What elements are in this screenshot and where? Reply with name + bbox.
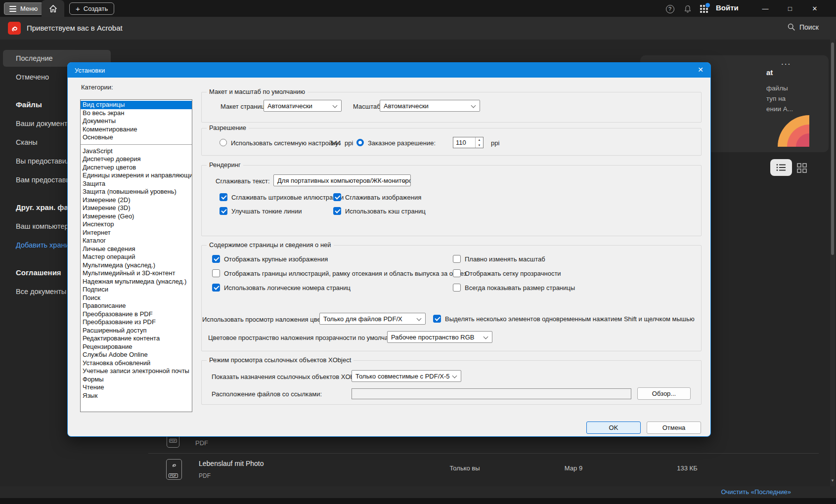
category-item[interactable]: Службы Adobe Online (81, 351, 192, 359)
checkbox[interactable]: Использовать логические номера страниц (212, 283, 467, 292)
category-item[interactable]: Защита (81, 180, 192, 188)
category-item[interactable]: Подписи (81, 286, 192, 294)
category-item[interactable]: Основные (81, 133, 192, 142)
category-item[interactable]: Учетные записи электронной почты (81, 367, 192, 376)
category-item[interactable]: Рецензирование (81, 343, 192, 351)
ok-button[interactable]: OK (586, 421, 641, 434)
checkbox[interactable]: Улучшать тонкие линии (220, 207, 344, 215)
scrollbar[interactable]: ▼ (830, 40, 835, 504)
category-item[interactable]: Редактирование контента (81, 335, 192, 343)
dialog-titlebar[interactable]: Установки ✕ (68, 63, 710, 78)
spinner-up-icon[interactable]: ▲ (476, 137, 483, 143)
cancel-button[interactable]: Отмена (647, 421, 701, 434)
chevron-down-icon (484, 335, 488, 339)
custom-resolution-spinner[interactable]: 110 ▲ ▼ (453, 137, 484, 148)
category-item[interactable]: Диспетчер цветов (81, 164, 192, 172)
group-title: Содержимое страницы и сведения о ней (207, 241, 334, 249)
file-size: 133 КБ (658, 464, 717, 472)
checkbox-box (333, 193, 341, 201)
smooth-text-select[interactable]: Для портативных компьютеров/ЖК-мониторов (273, 174, 411, 186)
category-item[interactable]: Единицы измерения и направляющие (81, 171, 192, 180)
category-item[interactable]: Преобразование из PDF (81, 318, 192, 327)
close-window-button[interactable]: ✕ (803, 0, 826, 17)
category-item[interactable]: Мастер операций (81, 253, 192, 261)
create-label: Создать (84, 5, 108, 12)
category-item[interactable]: Измерение (2D) (81, 196, 192, 205)
system-resolution-unit: ppi (345, 139, 353, 147)
page-layout-select[interactable]: Автоматически (264, 100, 342, 112)
category-item[interactable]: JavaScript (81, 147, 192, 156)
category-item[interactable]: Мультимедиа (унаслед.) (81, 261, 192, 270)
xobject-show-select[interactable]: Только совместимые с PDF/X-5 (352, 370, 461, 382)
category-item[interactable]: Комментирование (81, 126, 192, 134)
scrollbar-thumb[interactable] (831, 42, 834, 255)
category-item[interactable]: Диспетчер доверия (81, 155, 192, 164)
blend-space-select[interactable]: Рабочее пространство RGB (387, 331, 492, 343)
file-access: Только вы (435, 464, 494, 472)
checkbox[interactable]: Отображать границы иллюстраций, рамку от… (212, 269, 467, 278)
search-icon (787, 23, 795, 31)
zoom-select[interactable]: Автоматически (380, 100, 480, 112)
minimize-button[interactable]: — (754, 0, 777, 17)
spinner-down-icon[interactable]: ▼ (476, 143, 483, 148)
shift-select-checkbox[interactable]: Выделять несколько элементов одновременн… (433, 314, 695, 323)
category-item[interactable]: Надежная мультимедиа (унаслед.) (81, 278, 192, 286)
browse-button[interactable]: Обзор... (637, 387, 691, 400)
category-item[interactable]: Преобразование в PDF (81, 310, 192, 319)
checkbox[interactable]: Сглаживать штриховые иллюстрации (220, 193, 344, 202)
category-item[interactable]: Во весь экран (81, 109, 192, 118)
category-item[interactable]: Расширенный доступ (81, 327, 192, 335)
custom-resolution-radio[interactable] (356, 139, 364, 146)
checkbox-box (453, 284, 461, 292)
custom-resolution-label: Заказное разрешение: (368, 139, 436, 147)
category-item[interactable]: Документы (81, 117, 192, 126)
category-item[interactable]: Чтение (81, 383, 192, 392)
category-item[interactable]: Мультимедийный и 3D-контент (81, 269, 192, 278)
category-item[interactable]: Измерение (Geo) (81, 212, 192, 221)
location-input[interactable] (352, 388, 631, 399)
checkbox[interactable]: Использовать кэш страниц (333, 207, 426, 215)
file-type-label: PDF (199, 472, 211, 479)
checkbox-label: Сглаживать изображения (345, 194, 421, 201)
checkbox[interactable]: Всегда показывать размер страницы (453, 283, 575, 292)
category-item[interactable]: Каталог (81, 237, 192, 245)
category-item[interactable]: Правописание (81, 302, 192, 310)
checkbox[interactable]: Отображать крупные изображения (212, 254, 467, 263)
group-title: Разрешение (207, 124, 249, 131)
overprint-select[interactable]: Только для файлов PDF/X (319, 313, 426, 325)
help-icon[interactable]: ? (665, 4, 675, 14)
categories-label: Категории: (81, 84, 113, 91)
apps-grid-icon[interactable] (699, 4, 709, 14)
home-tab[interactable] (42, 0, 64, 17)
checkbox[interactable]: Сглаживать изображения (333, 193, 426, 202)
category-item[interactable]: Формы (81, 376, 192, 384)
search-button[interactable]: Поиск (787, 23, 819, 31)
zoom-label: Масштаб: (353, 103, 382, 110)
more-options-icon[interactable]: ... (781, 57, 791, 67)
clear-recent-link[interactable]: Очистить «Последние» (672, 488, 791, 496)
category-item[interactable]: Вид страницы (81, 101, 192, 109)
create-button[interactable]: + Создать (69, 2, 114, 15)
category-item[interactable]: Измерение (3D) (81, 204, 192, 212)
file-name[interactable]: Lebenslauf mit Photo (199, 460, 264, 467)
category-item[interactable]: Язык (81, 392, 192, 400)
maximize-button[interactable]: □ (779, 0, 801, 17)
grid-view-toggle[interactable] (797, 163, 807, 173)
list-view-toggle[interactable] (770, 159, 792, 176)
menu-button[interactable]: Меню (4, 2, 43, 15)
category-item[interactable]: Поиск (81, 294, 192, 302)
checkbox[interactable]: Отображать сетку прозрачности (453, 269, 575, 278)
checkbox[interactable]: Плавно изменять масштаб (453, 254, 575, 263)
category-item[interactable]: Инспектор (81, 220, 192, 229)
category-item[interactable]: Личные сведения (81, 245, 192, 253)
row-divider (148, 453, 819, 454)
category-item[interactable]: Установка обновлений (81, 359, 192, 368)
category-item[interactable]: Защита (повышенный уровень) (81, 188, 192, 196)
overprint-label: Использовать просмотр наложения цветов: (202, 316, 332, 323)
notifications-bell-icon[interactable] (683, 4, 693, 14)
dialog-close-icon[interactable]: ✕ (698, 66, 704, 74)
sign-in-button[interactable]: Войти (716, 3, 739, 12)
scrollbar-down-arrow-icon[interactable]: ▼ (831, 478, 835, 483)
category-item[interactable]: Интернет (81, 229, 192, 237)
system-resolution-radio[interactable] (220, 139, 227, 146)
